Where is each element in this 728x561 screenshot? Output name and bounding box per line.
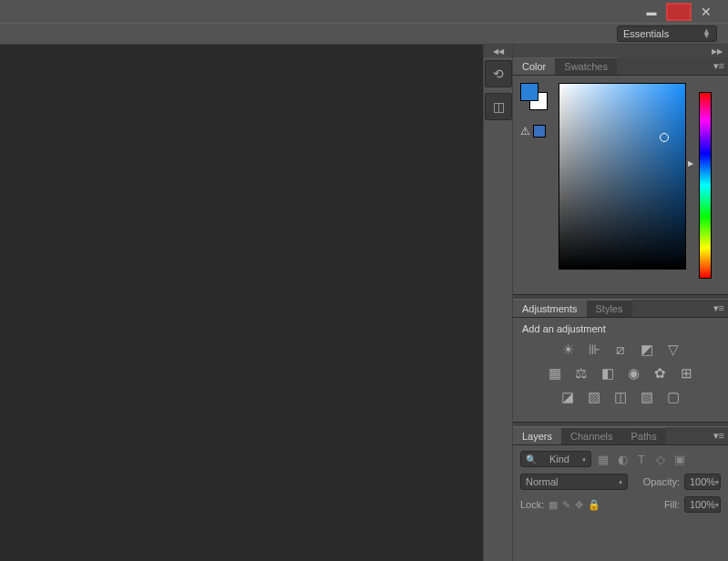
foreground-background-swatches[interactable] bbox=[520, 83, 548, 110]
adjustments-panel-tabs: Adjustments Styles ▾≡ bbox=[513, 300, 728, 318]
lock-transparency-icon[interactable]: ▩ bbox=[549, 499, 558, 511]
tab-adjustments[interactable]: Adjustments bbox=[513, 300, 587, 317]
color-picker-indicator bbox=[660, 133, 669, 142]
maximize-button[interactable] bbox=[666, 3, 692, 21]
layers-panel-tabs: Layers Channels Paths ▾≡ bbox=[513, 427, 728, 445]
hue-slider[interactable] bbox=[699, 92, 712, 279]
dropdown-arrows-icon: ▲▼ bbox=[702, 29, 711, 38]
exposure-icon[interactable]: ◩ bbox=[639, 342, 655, 358]
opacity-value: 100% bbox=[690, 476, 715, 487]
color-panel-body: ⚠ ▶ bbox=[513, 76, 728, 294]
filter-shape-icon[interactable]: ◇ bbox=[653, 452, 668, 466]
hue-slider-indicator: ▶ bbox=[688, 159, 693, 168]
color-field[interactable] bbox=[559, 83, 686, 270]
filter-adjustment-icon[interactable]: ◐ bbox=[615, 452, 630, 466]
selective-color-icon[interactable]: ▢ bbox=[665, 389, 682, 405]
curves-icon[interactable]: ⧄ bbox=[612, 342, 629, 358]
filter-smart-icon[interactable]: ▣ bbox=[672, 452, 687, 466]
color-balance-icon[interactable]: ⚖ bbox=[573, 365, 590, 382]
color-panel-tabs: Color Swatches ▾≡ bbox=[513, 57, 728, 76]
adjustments-panel-body: Add an adjustment ☀ ⊪ ⧄ ◩ ▽ ▦ ⚖ ◧ ◉ ✿ ⊞ … bbox=[513, 318, 728, 422]
dock-collapse-button[interactable]: ◀◀ bbox=[484, 45, 512, 57]
tab-color[interactable]: Color bbox=[513, 57, 555, 75]
opacity-input[interactable]: 100% ▾ bbox=[684, 474, 721, 490]
filter-type-icon[interactable]: T bbox=[634, 452, 649, 466]
tab-styles[interactable]: Styles bbox=[587, 300, 632, 317]
fill-label: Fill: bbox=[664, 499, 680, 510]
layers-panel-body: 🔍 Kind ♦ ▦ ◐ T ◇ ▣ Normal ♦ Opacity: 100… bbox=[513, 445, 728, 561]
invert-icon[interactable]: ◪ bbox=[559, 389, 576, 405]
tab-paths[interactable]: Paths bbox=[622, 427, 666, 444]
minimize-button[interactable]: ▬ bbox=[639, 3, 664, 21]
options-bar: Essentials ▲▼ bbox=[0, 23, 728, 45]
lock-position-icon[interactable]: ✥ bbox=[575, 499, 583, 511]
blend-mode-label: Normal bbox=[526, 476, 558, 487]
channel-mixer-icon[interactable]: ✿ bbox=[652, 365, 669, 382]
lock-all-icon[interactable]: 🔒 bbox=[588, 499, 600, 511]
opacity-label: Opacity: bbox=[643, 476, 680, 487]
canvas-area[interactable] bbox=[0, 45, 483, 561]
brightness-contrast-icon[interactable]: ☀ bbox=[559, 342, 576, 358]
tab-swatches[interactable]: Swatches bbox=[555, 57, 617, 75]
photo-filter-icon[interactable]: ◉ bbox=[626, 365, 642, 382]
layer-filter-kind-label: Kind bbox=[549, 454, 569, 464]
right-panels: ▶▶ Color Swatches ▾≡ ⚠ ▶ bbox=[512, 45, 728, 561]
color-panel-menu-icon[interactable]: ▾≡ bbox=[713, 60, 724, 72]
workspace-dropdown[interactable]: Essentials ▲▼ bbox=[617, 26, 717, 42]
gradient-map-icon[interactable]: ▧ bbox=[639, 389, 655, 405]
history-panel-icon[interactable]: ⟲ bbox=[485, 60, 512, 87]
vibrance-icon[interactable]: ▽ bbox=[665, 342, 682, 358]
window-titlebar: ▬ ✕ bbox=[0, 0, 728, 23]
properties-panel-icon[interactable]: ◫ bbox=[485, 93, 512, 120]
blend-mode-dropdown[interactable]: Normal ♦ bbox=[520, 474, 628, 490]
collapsed-dock: ◀◀ ⟲ ◫ bbox=[483, 45, 512, 561]
tab-layers[interactable]: Layers bbox=[513, 427, 561, 444]
fill-input[interactable]: 100% ▾ bbox=[684, 496, 721, 513]
layers-panel-menu-icon[interactable]: ▾≡ bbox=[713, 430, 724, 442]
fill-value: 100% bbox=[690, 499, 715, 510]
hue-saturation-icon[interactable]: ▦ bbox=[547, 365, 563, 382]
layer-filter-kind-dropdown[interactable]: 🔍 Kind ♦ bbox=[520, 451, 591, 467]
levels-icon[interactable]: ⊪ bbox=[586, 342, 602, 358]
lock-image-icon[interactable]: ✎ bbox=[562, 499, 570, 511]
close-button[interactable]: ✕ bbox=[693, 3, 719, 21]
filter-pixel-icon[interactable]: ▦ bbox=[596, 452, 610, 466]
foreground-swatch[interactable] bbox=[520, 83, 538, 101]
gamut-swatch[interactable] bbox=[533, 125, 546, 138]
adjustments-heading: Add an adjustment bbox=[522, 323, 719, 334]
out-of-gamut-warning-icon[interactable]: ⚠ bbox=[520, 125, 530, 138]
workspace-label: Essentials bbox=[623, 28, 669, 39]
adjustments-panel-menu-icon[interactable]: ▾≡ bbox=[713, 302, 724, 314]
color-lookup-icon[interactable]: ⊞ bbox=[679, 365, 695, 382]
tab-channels[interactable]: Channels bbox=[561, 427, 621, 444]
posterize-icon[interactable]: ▨ bbox=[586, 389, 602, 405]
threshold-icon[interactable]: ◫ bbox=[612, 389, 629, 405]
panels-collapse-button[interactable]: ▶▶ bbox=[513, 45, 728, 57]
lock-label: Lock: bbox=[520, 499, 544, 510]
black-white-icon[interactable]: ◧ bbox=[600, 365, 616, 382]
